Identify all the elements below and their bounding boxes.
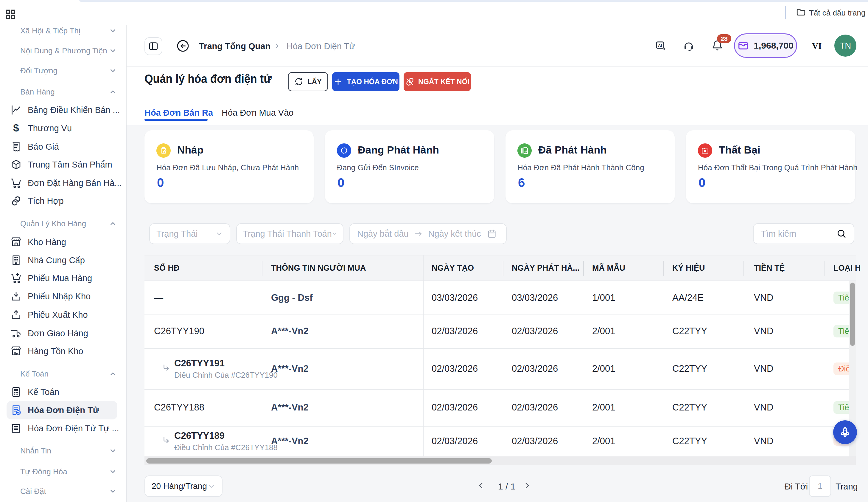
svg-text:$: $ <box>13 122 19 133</box>
svg-text:AI: AI <box>658 43 662 48</box>
